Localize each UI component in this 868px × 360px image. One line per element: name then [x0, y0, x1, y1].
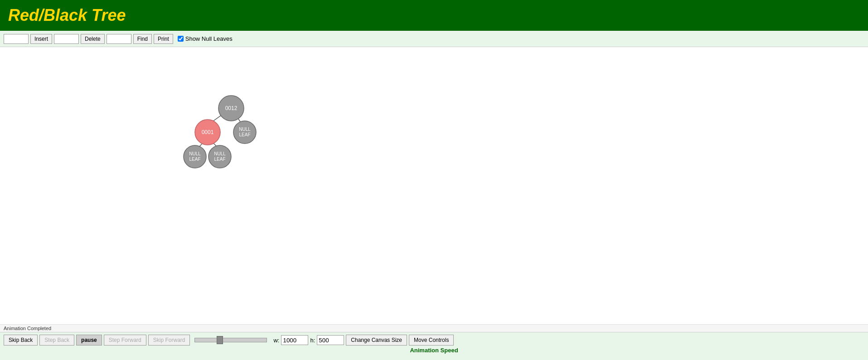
print-button[interactable]: Print	[154, 34, 173, 44]
find-button[interactable]: Find	[133, 34, 152, 44]
header: Red/Black Tree	[0, 0, 868, 31]
canvas-h-input[interactable]	[317, 335, 344, 345]
show-null-leaves-text: Show Null Leaves	[185, 35, 233, 42]
toolbar: Insert Delete Find Print Show Null Leave…	[0, 31, 868, 47]
skip-forward-button[interactable]: Skip Forward	[148, 335, 190, 346]
step-forward-button[interactable]: Step Forward	[104, 335, 146, 346]
status-bar: Animation Completed	[0, 324, 868, 332]
tree-svg: 0012 0001 NULL LEAF NULL LEAF NULL LEAF	[0, 47, 868, 324]
animation-status: Animation Completed	[4, 326, 51, 331]
insert-input[interactable]	[4, 34, 29, 44]
node-null-2-label: NULL	[189, 151, 201, 156]
show-null-leaves-label[interactable]: Show Null Leaves	[178, 35, 233, 42]
bottom-controls: Skip Back Step Back pause Step Forward S…	[0, 332, 868, 360]
canvas-h-label: h:	[310, 337, 315, 344]
insert-button[interactable]: Insert	[30, 34, 52, 44]
canvas-area: 0012 0001 NULL LEAF NULL LEAF NULL LEAF	[0, 47, 868, 324]
skip-back-button[interactable]: Skip Back	[4, 335, 38, 346]
node-null-3-label: NULL	[214, 151, 226, 156]
canvas-w-label: w:	[273, 337, 279, 344]
page-title: Red/Black Tree	[8, 6, 126, 25]
delete-input[interactable]	[54, 34, 79, 44]
find-input[interactable]	[107, 34, 131, 44]
pause-button[interactable]: pause	[76, 335, 102, 346]
node-null-1-label: NULL	[239, 127, 251, 132]
change-canvas-button[interactable]: Change Canvas Size	[346, 335, 407, 346]
node-null-3-label2: LEAF	[214, 157, 225, 162]
animation-speed-label: Animation Speed	[4, 347, 864, 354]
canvas-size-row: w: h: Change Canvas Size Move Controls	[273, 335, 454, 346]
node-null-1-label2: LEAF	[239, 132, 250, 137]
node-0012-label: 0012	[225, 105, 238, 111]
speed-slider-track	[194, 335, 267, 346]
show-null-leaves-checkbox[interactable]	[178, 36, 184, 42]
delete-button[interactable]: Delete	[81, 34, 105, 44]
speed-bar-outer[interactable]	[194, 338, 267, 342]
speed-bar-thumb[interactable]	[217, 336, 223, 344]
step-back-button[interactable]: Step Back	[39, 335, 74, 346]
move-controls-button[interactable]: Move Controls	[409, 335, 454, 346]
node-0001-label: 0001	[202, 129, 214, 135]
controls-row: Skip Back Step Back pause Step Forward S…	[4, 335, 864, 346]
node-null-2-label2: LEAF	[189, 157, 200, 162]
canvas-w-input[interactable]	[281, 335, 308, 345]
